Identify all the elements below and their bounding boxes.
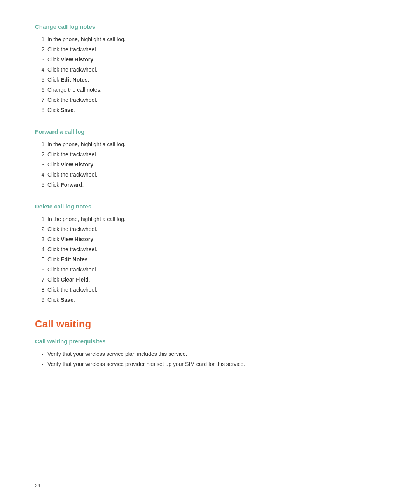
list-item: Click View History. <box>47 235 385 243</box>
list-change-call-log-notes: In the phone, highlight a call log. Clic… <box>35 35 385 114</box>
list-item: Click Forward. <box>47 181 385 189</box>
list-item: Click Edit Notes. <box>47 256 385 264</box>
section-forward-call-log: Forward a call log In the phone, highlig… <box>35 128 385 189</box>
list-item: Click View History. <box>47 56 385 64</box>
section-change-call-log-notes: Change call log notes In the phone, high… <box>35 23 385 114</box>
list-item: Click Clear Field. <box>47 276 385 284</box>
list-item: Change the call notes. <box>47 86 385 94</box>
list-item: Verify that your wireless service plan i… <box>47 350 385 358</box>
section-heading-call-waiting-prerequisites: Call waiting prerequisites <box>35 338 385 345</box>
list-item: In the phone, highlight a call log. <box>47 215 385 223</box>
list-item: Click the trackwheel. <box>47 66 385 74</box>
list-item: Click Save. <box>47 106 385 114</box>
list-item: In the phone, highlight a call log. <box>47 35 385 44</box>
list-item: Click the trackwheel. <box>47 150 385 159</box>
list-item: Click the trackwheel. <box>47 245 385 254</box>
section-heading-delete-call-log-notes: Delete call log notes <box>35 203 385 210</box>
section-delete-call-log-notes: Delete call log notes In the phone, high… <box>35 203 385 304</box>
list-item: Click the trackwheel. <box>47 225 385 233</box>
list-item: Click View History. <box>47 161 385 169</box>
big-heading-call-waiting: Call waiting <box>35 318 385 330</box>
page-number: 24 <box>35 483 40 488</box>
section-heading-change-call-log-notes: Change call log notes <box>35 23 385 30</box>
list-item: Click the trackwheel. <box>47 266 385 274</box>
list-item: Click Edit Notes. <box>47 76 385 84</box>
section-call-waiting: Call waiting Call waiting prerequisites … <box>35 318 385 368</box>
list-item: Click the trackwheel. <box>47 46 385 54</box>
list-call-waiting-prerequisites: Verify that your wireless service plan i… <box>35 350 385 368</box>
page-content: Change call log notes In the phone, high… <box>35 23 385 368</box>
list-item: Click the trackwheel. <box>47 286 385 294</box>
list-item: Click the trackwheel. <box>47 96 385 104</box>
list-item: In the phone, highlight a call log. <box>47 140 385 149</box>
subsection-call-waiting-prerequisites: Call waiting prerequisites Verify that y… <box>35 338 385 368</box>
list-item: Verify that your wireless service provid… <box>47 360 385 368</box>
list-delete-call-log-notes: In the phone, highlight a call log. Clic… <box>35 215 385 304</box>
list-forward-call-log: In the phone, highlight a call log. Clic… <box>35 140 385 189</box>
section-heading-forward-call-log: Forward a call log <box>35 128 385 135</box>
list-item: Click the trackwheel. <box>47 171 385 179</box>
list-item: Click Save. <box>47 296 385 304</box>
